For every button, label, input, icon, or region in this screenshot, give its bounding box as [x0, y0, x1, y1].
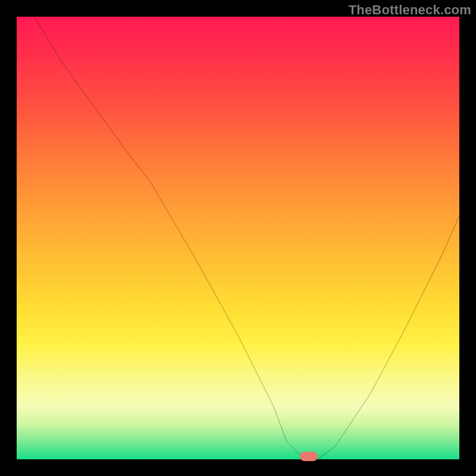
chart-frame: TheBottleneck.com	[0, 0, 476, 476]
optimal-marker	[300, 452, 318, 461]
bottleneck-curve-path	[35, 17, 459, 459]
curve-svg	[17, 17, 459, 459]
plot-area	[17, 17, 459, 459]
watermark-text: TheBottleneck.com	[349, 2, 471, 18]
